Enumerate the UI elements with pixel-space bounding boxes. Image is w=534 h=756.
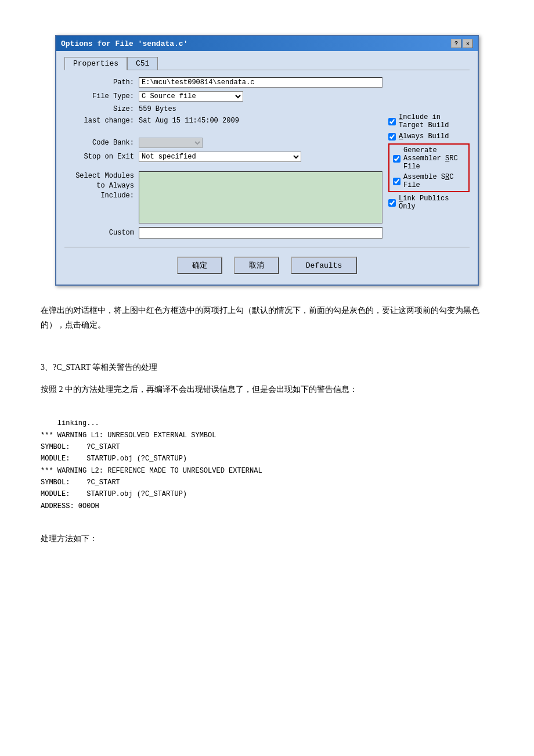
lastchange-row: last change: Sat Aug 15 11:45:00 2009 bbox=[64, 117, 383, 125]
size-label: Size: bbox=[64, 105, 134, 113]
dialog-body: Properties C51 Path: File Type: C bbox=[56, 51, 478, 285]
codebank-label: Code Bank: bbox=[64, 139, 134, 147]
section3-title: 3、?C_START 等相关警告的处理 bbox=[41, 360, 493, 375]
lastchange-value: Sat Aug 15 11:45:00 2009 bbox=[139, 117, 239, 125]
tab-bar: Properties C51 bbox=[64, 57, 470, 70]
checkbox-assemble-src-input[interactable] bbox=[393, 178, 400, 185]
checkbox-include-target-input[interactable] bbox=[388, 118, 396, 125]
highlighted-checkboxes: Generate Assembler SRC File Assemble SRC… bbox=[388, 143, 470, 192]
custom-row: Custom bbox=[64, 227, 383, 239]
checkbox-assemble-src: Assemble SRC File bbox=[393, 173, 465, 189]
size-row: Size: 559 Bytes bbox=[64, 105, 383, 113]
form-area: Path: File Type: C Source file Size: 559… bbox=[64, 77, 470, 242]
help-button[interactable]: ? bbox=[451, 39, 461, 48]
stopon-label: Stop on Exit bbox=[64, 153, 134, 161]
dialog-title: Options for File 'sendata.c' bbox=[61, 39, 187, 48]
cancel-button[interactable]: 取消 bbox=[234, 257, 279, 274]
dialog-titlebar: Options for File 'sendata.c' ? ✕ bbox=[56, 36, 478, 51]
modules-area: Select Modules to Always Include: bbox=[64, 171, 383, 224]
dialog-footer: 确定 取消 Defaults bbox=[64, 252, 470, 276]
checkbox-always-build-input[interactable] bbox=[388, 133, 396, 141]
size-value: 559 Bytes bbox=[139, 105, 176, 113]
checkbox-generate-src-input[interactable] bbox=[393, 155, 400, 163]
checkbox-always-build-label: Always Build bbox=[399, 132, 449, 141]
filetype-select[interactable]: C Source file bbox=[139, 91, 243, 102]
custom-label: Custom bbox=[64, 229, 134, 237]
modules-textarea[interactable] bbox=[139, 171, 383, 224]
stopon-select[interactable]: Not specified bbox=[139, 152, 301, 162]
custom-input[interactable] bbox=[139, 227, 383, 239]
checkbox-include-target-label: Include in Target Build bbox=[399, 113, 470, 129]
stopon-row: Stop on Exit Not specified bbox=[64, 152, 383, 162]
checkbox-include-target: Include in Target Build bbox=[388, 113, 470, 129]
tab-properties[interactable]: Properties bbox=[64, 57, 127, 70]
left-column: Path: File Type: C Source file Size: 559… bbox=[64, 77, 383, 242]
file-options-dialog: Options for File 'sendata.c' ? ✕ Propert… bbox=[55, 35, 479, 286]
checkbox-always-build: Always Build bbox=[388, 132, 470, 141]
path-input[interactable] bbox=[139, 77, 383, 88]
ok-button[interactable]: 确定 bbox=[177, 257, 222, 274]
tab-c51[interactable]: C51 bbox=[127, 57, 158, 70]
defaults-button[interactable]: Defaults bbox=[291, 257, 357, 274]
modules-label: Select Modules to Always Include: bbox=[64, 171, 134, 200]
right-column: Include in Target Build Always Build Gen… bbox=[383, 77, 470, 242]
codebank-select[interactable] bbox=[139, 138, 203, 148]
close-button[interactable]: ✕ bbox=[463, 39, 473, 48]
codebank-row: Code Bank: bbox=[64, 138, 383, 148]
checkbox-generate-src: Generate Assembler SRC File bbox=[393, 146, 465, 171]
checkbox-link-publics-label: Link Publics Only bbox=[399, 195, 470, 211]
path-row: Path: bbox=[64, 77, 383, 88]
section3-intro: 按照 2 中的方法处理完之后，再编译不会出现错误信息了，但是会出现如下的警告信息… bbox=[41, 382, 493, 397]
filetype-label: File Type: bbox=[64, 92, 134, 100]
checkbox-link-publics: Link Publics Only bbox=[388, 195, 470, 211]
lastchange-label: last change: bbox=[64, 117, 134, 125]
checkbox-assemble-src-label: Assemble SRC File bbox=[403, 173, 465, 189]
filetype-row: File Type: C Source file bbox=[64, 91, 383, 102]
paragraph1-text: 在弹出的对话框中，将上图中红色方框选中的两项打上勾（默认的情况下，前面的勾是灰色… bbox=[41, 306, 479, 329]
checkbox-generate-src-label: Generate Assembler SRC File bbox=[403, 146, 465, 171]
checkbox-link-publics-input[interactable] bbox=[388, 199, 396, 207]
titlebar-buttons: ? ✕ bbox=[451, 39, 473, 48]
body-paragraph1: 在弹出的对话框中，将上图中红色方框选中的两项打上勾（默认的情况下，前面的勾是灰色… bbox=[41, 303, 493, 332]
code-block: linking... *** WARNING L1: UNRESOLVED EX… bbox=[41, 406, 493, 524]
section3-end: 处理方法如下： bbox=[41, 531, 493, 546]
path-label: Path: bbox=[64, 78, 134, 87]
